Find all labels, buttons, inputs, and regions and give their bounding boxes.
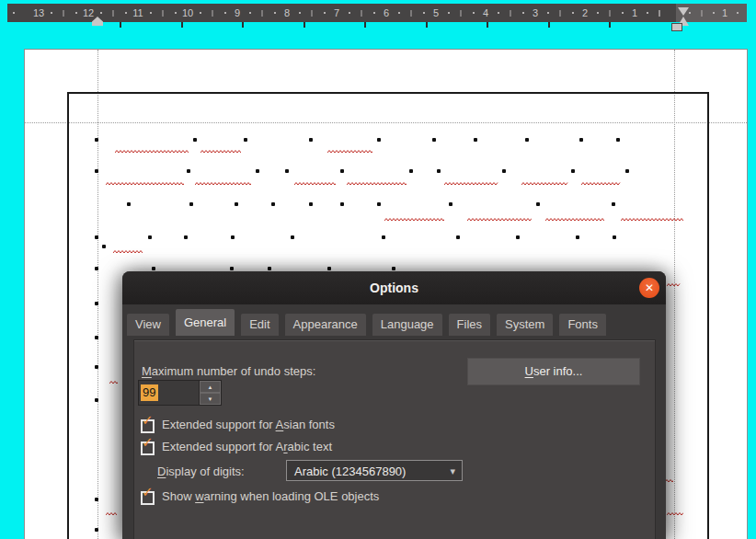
text-dot [612, 202, 615, 206]
text-dot [184, 235, 188, 239]
ruler-tick [373, 12, 375, 14]
ruler-number: 12 [83, 4, 94, 22]
tab-system[interactable]: System [497, 314, 553, 336]
text-dot [95, 267, 98, 270]
tab-view[interactable]: View [127, 314, 169, 336]
spellcheck-squiggle [545, 218, 604, 222]
ruler-tick [200, 12, 201, 14]
tab-files[interactable]: Files [449, 314, 490, 336]
ruler-tick [361, 10, 362, 17]
spinner-buttons: ▲ ▼ [199, 381, 221, 405]
tabstop-tick [304, 22, 305, 28]
spellcheck-squiggle [444, 182, 498, 186]
text-dot [95, 498, 98, 501]
undo-steps-label: Maximum number of undo steps: [142, 364, 315, 378]
tabstop-tick [364, 22, 366, 28]
spellcheck-squiggle [665, 479, 673, 483]
ruler-tick [113, 10, 114, 17]
text-dot [231, 235, 235, 239]
text-dot [571, 169, 575, 173]
checkbox-arabic-label: Extended support for Arabic text [162, 440, 332, 453]
ruler-number: 3 [533, 4, 538, 22]
ruler-number: 7 [334, 4, 339, 22]
spellcheck-squiggle [621, 218, 683, 222]
ruler-tick [448, 12, 450, 14]
spin-up-icon: ▲ [208, 384, 213, 390]
tab-language[interactable]: Language [372, 314, 442, 336]
text-dot [102, 245, 106, 248]
text-dot [127, 202, 131, 206]
frame-border-top [67, 92, 709, 94]
tabstop-tick [120, 22, 121, 28]
spin-down-icon: ▼ [208, 396, 213, 402]
text-dot [340, 202, 344, 206]
text-dot [189, 202, 193, 206]
dialog-titlebar[interactable]: Options ✕ [122, 271, 666, 304]
text-dot [327, 267, 331, 270]
text-dot [382, 235, 385, 239]
ruler-tick [597, 12, 599, 14]
desktop: 131211109876543211 Options ✕ ViewGeneral… [0, 0, 756, 539]
ruler-tick [51, 12, 52, 14]
text-dot [449, 202, 452, 206]
spellcheck-squiggle [200, 150, 241, 154]
text-dot [613, 235, 616, 239]
text-dot [95, 235, 98, 239]
checkbox-asian-label: Extended support for Asian fonts [162, 418, 335, 431]
text-dot [437, 169, 441, 173]
ruler-tick [423, 12, 425, 14]
text-dot [235, 202, 238, 206]
ruler-tick [249, 12, 251, 14]
text-dot [616, 138, 620, 142]
tab-appearance[interactable]: Appearance [285, 314, 366, 336]
text-dot [409, 169, 413, 173]
ruler-number: 13 [33, 4, 44, 22]
spellcheck-squiggle [521, 182, 568, 186]
text-dot [187, 169, 190, 173]
spin-up-button[interactable]: ▲ [200, 381, 221, 393]
text-dot [377, 138, 381, 142]
text-dot [525, 138, 529, 142]
ruler-tick [461, 10, 462, 17]
ruler-number: 10 [182, 4, 193, 22]
spellcheck-squiggle [115, 150, 189, 154]
ruler-tick [498, 12, 499, 14]
text-dot [392, 267, 395, 270]
chevron-down-icon: ▾ [450, 461, 455, 482]
tabstop-tick [487, 22, 488, 28]
horizontal-ruler[interactable]: 131211109876543211 [7, 4, 747, 22]
ruler-tick [75, 12, 77, 14]
tab-edit[interactable]: Edit [241, 314, 278, 336]
ruler-tick [713, 12, 715, 14]
tab-general[interactable]: General [176, 309, 235, 336]
text-dot [95, 398, 98, 402]
spin-down-button[interactable]: ▼ [200, 393, 221, 405]
text-dot [432, 138, 436, 142]
ruler-tick [560, 10, 561, 17]
text-dot [152, 267, 155, 270]
ruler-tick [312, 10, 313, 17]
ruler-tick [572, 12, 574, 14]
checkbox-ole-label: Show warning when loading OLE objects [162, 489, 379, 503]
undo-steps-spinbox[interactable]: 99 ▲ ▼ [138, 380, 222, 406]
ruler-tick [647, 12, 648, 14]
ruler-tick [398, 12, 400, 14]
ruler-tick [522, 12, 524, 14]
undo-steps-value[interactable]: 99 [139, 381, 199, 405]
ruler-number: 11 [132, 4, 143, 22]
ruler-tick [150, 12, 152, 14]
ruler-number: 9 [235, 4, 240, 22]
digits-combobox[interactable]: Arabic (1234567890) ▾ [286, 460, 463, 481]
general-tab-panel: Maximum number of undo steps: User info.… [133, 339, 656, 539]
close-button[interactable]: ✕ [639, 278, 659, 298]
text-dot [456, 235, 460, 239]
ruler-tick [737, 12, 739, 14]
ruler-number: 1 [632, 4, 637, 22]
ruler-tick [224, 12, 226, 14]
tab-fonts[interactable]: Fonts [559, 314, 606, 336]
user-info-button[interactable]: User info... [467, 358, 640, 385]
left-indent-marker[interactable] [671, 23, 682, 31]
ruler-number: 2 [582, 4, 588, 22]
ruler-number: 8 [284, 4, 290, 22]
options-dialog: Options ✕ ViewGeneralEditAppearanceLangu… [122, 271, 666, 539]
